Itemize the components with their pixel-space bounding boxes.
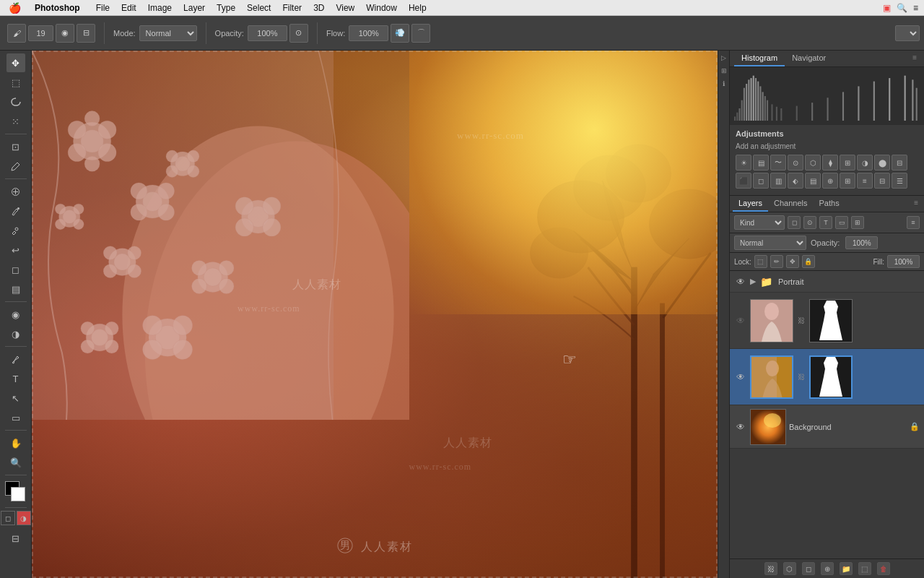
layer-visibility-portrait[interactable]: 👁	[734, 275, 747, 288]
tab-channels[interactable]: Channels	[768, 196, 813, 212]
adj-exposure-icon[interactable]: ⊙	[788, 155, 803, 171]
brush-size-input[interactable]: 19	[28, 25, 53, 41]
move-tool[interactable]: ✥	[6, 53, 25, 72]
adj-grid-icon[interactable]: ⊞	[840, 173, 855, 189]
blend-mode-select[interactable]: Normal Multiply Screen Overlay Soft Ligh…	[734, 236, 806, 250]
lock-all-btn[interactable]: 🔒	[802, 255, 815, 268]
type-tool[interactable]: T	[6, 369, 25, 388]
adj-vibrance-icon[interactable]: ⬡	[805, 155, 821, 171]
tab-paths[interactable]: Paths	[814, 196, 845, 212]
layer-mask-btn[interactable]: ◻	[802, 562, 815, 575]
pen-tool[interactable]	[6, 350, 25, 368]
quick-select-tool[interactable]: ⁙	[6, 112, 25, 131]
delete-layer-btn[interactable]: 🗑	[877, 562, 890, 575]
eraser-tool[interactable]: ◻	[6, 260, 25, 279]
blur-tool[interactable]: ◉	[6, 305, 25, 324]
adj-gradient-icon[interactable]: ▤	[805, 173, 821, 189]
adj-posterize-icon[interactable]: ▥	[770, 173, 786, 189]
screen-mode[interactable]: ⊟	[6, 529, 25, 548]
search-icon-menu[interactable]: 🔍	[897, 3, 907, 13]
eyedropper-tool[interactable]	[6, 157, 25, 176]
layers-smartobj-filter[interactable]: ⊞	[851, 216, 864, 229]
history-brush-tool[interactable]: ↩	[6, 241, 25, 259]
clone-stamp-tool[interactable]	[6, 221, 25, 240]
dodge-tool[interactable]: ◑	[6, 324, 25, 343]
new-group-btn[interactable]: 📁	[840, 562, 853, 575]
quick-mask-mode[interactable]: ◑	[17, 511, 31, 525]
menu-filter[interactable]: Filter	[276, 0, 308, 15]
mode-select[interactable]: Normal Multiply Screen Overlay	[139, 25, 197, 41]
menu-icon[interactable]: ≡	[913, 3, 918, 13]
adj-brightness-icon[interactable]: ☀	[736, 155, 751, 171]
brush-toggle-btn[interactable]: ◉	[56, 24, 74, 43]
flow-input[interactable]: 100%	[349, 25, 388, 41]
strip-icon-2[interactable]: ⊞	[720, 66, 728, 75]
adj-invert-icon[interactable]: ◻	[753, 173, 769, 189]
adj-selectivecolor-icon[interactable]: ⊕	[822, 173, 838, 189]
shape-tool[interactable]: ▭	[6, 408, 25, 427]
adj-colorbalance-icon[interactable]: ⊞	[840, 155, 855, 171]
background-color[interactable]	[11, 487, 25, 501]
layer-row-1[interactable]: 👁 ⛓	[730, 293, 924, 349]
layers-filter-toggle[interactable]: ≡	[907, 216, 920, 229]
new-fill-adj-btn[interactable]: ⊕	[821, 562, 834, 575]
opacity-input[interactable]: 100%	[248, 25, 287, 41]
menu-3d[interactable]: 3D	[308, 0, 330, 15]
brush-preset-btn[interactable]: 🖌	[7, 24, 26, 43]
layer-style-btn[interactable]: ⬡	[783, 562, 796, 575]
menu-file[interactable]: File	[90, 0, 116, 15]
menu-select[interactable]: Select	[241, 0, 276, 15]
adj-threshold-icon[interactable]: ⬖	[788, 173, 803, 189]
path-select-tool[interactable]: ↖	[6, 389, 25, 407]
color-swatches[interactable]	[5, 481, 27, 501]
adj-channelmix-icon[interactable]: ⊟	[892, 155, 907, 171]
layers-type-filter[interactable]: T	[819, 216, 832, 229]
adj-extra2-icon[interactable]: ⊟	[874, 173, 890, 189]
layer-row-2[interactable]: 👁 ⛓	[730, 349, 924, 405]
adj-bw-icon[interactable]: ◑	[857, 155, 873, 171]
layer-visibility-bg[interactable]: 👁	[734, 420, 747, 434]
layer-visibility-1[interactable]: 👁	[734, 314, 747, 327]
opacity-toggle[interactable]: ⊙	[289, 24, 308, 43]
lock-move-btn[interactable]: ✥	[786, 255, 799, 268]
menu-help[interactable]: Help	[403, 0, 432, 15]
standard-mode[interactable]: ◻	[1, 511, 15, 525]
lasso-tool[interactable]	[6, 92, 25, 111]
crop-tool[interactable]: ⊡	[6, 137, 25, 156]
gradient-tool[interactable]: ▤	[6, 280, 25, 298]
healing-tool[interactable]	[6, 182, 25, 201]
menu-edit[interactable]: Edit	[116, 0, 142, 15]
adj-hsl-icon[interactable]: ⧫	[822, 155, 838, 171]
menu-type[interactable]: Type	[211, 0, 241, 15]
layers-pixel-filter[interactable]: ◻	[788, 216, 801, 229]
strip-icon-3[interactable]: ℹ	[720, 79, 728, 88]
layers-shape-filter[interactable]: ▭	[835, 216, 848, 229]
marquee-tool[interactable]: ⬚	[6, 73, 25, 92]
zoom-tool[interactable]: 🔍	[6, 453, 25, 472]
layer-visibility-2[interactable]: 👁	[734, 371, 747, 384]
adj-photofilt-icon[interactable]: ⬤	[874, 155, 890, 171]
fill-input[interactable]: 100%	[887, 255, 920, 268]
new-layer-btn[interactable]: ⬚	[858, 562, 871, 575]
lock-transparent-btn[interactable]: ⬚	[754, 255, 767, 268]
layer-group-portrait[interactable]: 👁 ▶ 📁 Portrait	[730, 271, 924, 293]
link-layers-btn[interactable]: ⛓	[764, 562, 777, 575]
menu-view[interactable]: View	[330, 0, 360, 15]
adj-extra3-icon[interactable]: ☰	[892, 173, 907, 189]
tab-layers[interactable]: Layers	[733, 196, 768, 212]
tab-navigator[interactable]: Navigator	[785, 51, 833, 66]
menu-image[interactable]: Image	[142, 0, 178, 15]
lock-image-btn[interactable]: ✏	[770, 255, 783, 268]
opacity-layers-input[interactable]: 100%	[845, 236, 878, 249]
apple-menu[interactable]: 🍎	[0, 2, 29, 14]
layer-row-bg[interactable]: 👁 Back	[730, 405, 924, 449]
strip-icon-1[interactable]: ▷	[720, 53, 728, 62]
menu-layer[interactable]: Layer	[178, 0, 211, 15]
adj-extra1-icon[interactable]: ≡	[857, 173, 873, 189]
adj-curves-icon[interactable]: 〜	[770, 155, 786, 171]
layers-adjust-filter[interactable]: ⊙	[803, 216, 816, 229]
tab-histogram[interactable]: Histogram	[734, 51, 785, 66]
airbrush-btn[interactable]: 💨	[391, 24, 409, 43]
brush-align-btn[interactable]: ⊟	[77, 24, 95, 43]
smooth-btn[interactable]: ⌒	[411, 24, 430, 43]
